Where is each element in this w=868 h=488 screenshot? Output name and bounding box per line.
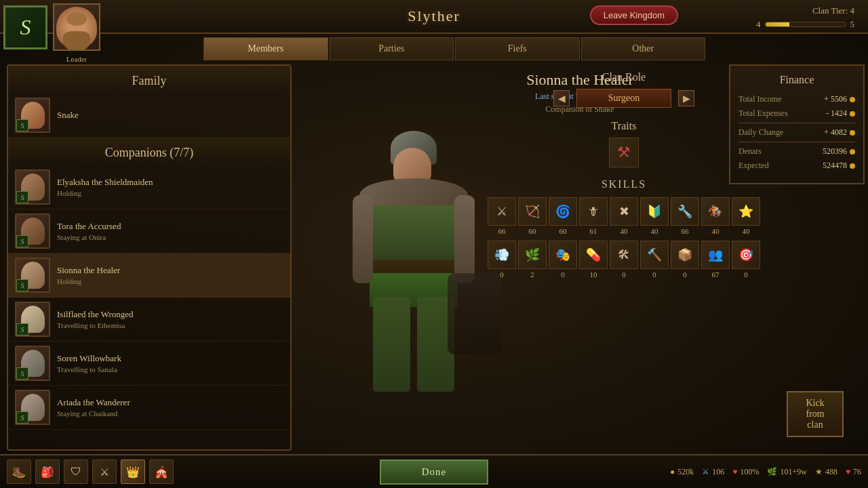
skills-row-1: ⚔66 🏹60 🌀60 🗡61 ✖40 🔰40 🔧66 🏇40 ⭐40 — [529, 197, 719, 235]
count-info: ♥ 76 — [846, 467, 861, 477]
skill-value: 2 — [518, 270, 547, 279]
member-portrait: S — [15, 390, 50, 425]
bottom-icon-sword[interactable]: ⚔ — [92, 460, 117, 484]
clan-emblem: S — [3, 5, 47, 49]
food-value: 101+9w — [780, 467, 806, 477]
traits-list: ⚒ — [529, 138, 719, 167]
skill-icon: 🗡 — [579, 197, 608, 226]
troops-icon: ⚔ — [702, 467, 709, 477]
daily-amount: + 4082 — [824, 127, 847, 138]
trait-icon: ⚒ — [609, 138, 639, 167]
skill-value: 0 — [640, 270, 669, 279]
member-emblem: S — [16, 367, 28, 380]
bottom-icon-bag[interactable]: 🎒 — [35, 460, 60, 484]
gold-dot — [850, 130, 855, 136]
member-emblem: S — [16, 119, 28, 131]
member-emblem: S — [16, 191, 28, 203]
member-portrait: S — [15, 258, 50, 293]
member-emblem: S — [16, 411, 28, 424]
skill-icon: 🌀 — [549, 197, 577, 226]
leave-kingdom-button[interactable]: Leave Kingdom — [590, 5, 678, 25]
role-prev-button[interactable]: ◀ — [553, 90, 570, 106]
list-item[interactable]: S Elyaksha the Shieldmaiden Holding — [8, 165, 290, 209]
finance-row-expenses: Total Expenses - 1424 — [738, 108, 855, 119]
tier-next: 5 — [850, 19, 855, 30]
nav-tabs: Members Parties Fiefs Other — [203, 37, 705, 60]
tab-fiefs[interactable]: Fiefs — [455, 37, 580, 60]
member-status: Travelling to Sanala — [57, 365, 283, 373]
list-item[interactable]: S Isilflaed the Wronged Travelling to Et… — [8, 298, 290, 342]
bottom-icon-crown[interactable]: 👑 — [121, 460, 145, 484]
finance-expenses-label: Total Expenses — [738, 108, 788, 119]
skill-icon: 🔧 — [671, 197, 699, 226]
list-item[interactable]: S Tora the Accursed Staying at Onira — [8, 209, 290, 253]
gold-info: ● 520k — [670, 467, 694, 477]
finance-row-denars: Denars 520396 — [738, 146, 855, 157]
tab-other[interactable]: Other — [581, 37, 706, 60]
health-icon: ♥ — [732, 467, 737, 477]
skill-value: 0 — [488, 270, 516, 279]
skill-item: 🗡61 — [579, 197, 608, 235]
skill-item: 🌀60 — [549, 197, 577, 235]
tab-parties[interactable]: Parties — [330, 37, 454, 60]
tab-members[interactable]: Members — [203, 37, 328, 60]
member-name: Isilflaed the Wronged — [57, 309, 283, 320]
role-name: Surgeon — [576, 89, 671, 108]
skill-value: 66 — [488, 227, 516, 235]
skill-icon: 👥 — [701, 241, 730, 269]
finance-income-value: + 5506 — [824, 94, 855, 104]
skill-icon: 🏇 — [701, 197, 730, 226]
list-item[interactable]: S Soren Willowbark Travelling to Sanala — [8, 342, 290, 386]
bottom-icon-boot[interactable]: 🥾 — [7, 460, 31, 484]
member-info: Isilflaed the Wronged Travelling to Ethe… — [57, 309, 283, 329]
char-right-arm — [454, 195, 475, 283]
left-panel: Family S Snake Companions (7/7) S Elyaks… — [7, 64, 292, 451]
skill-icon: 🎭 — [549, 241, 577, 269]
clan-role-selector: ◀ Surgeon ▶ — [529, 89, 719, 108]
companions-header: Companions (7/7) — [8, 138, 290, 165]
member-info: Sionna the Healer Holding — [57, 265, 283, 285]
kick-from-clan-button[interactable]: Kick from clan — [787, 391, 844, 437]
leader-face — [56, 7, 97, 47]
morale-value: 488 — [825, 467, 837, 477]
skill-item: 🎯0 — [732, 241, 760, 279]
bottom-icon-misc[interactable]: 🎪 — [149, 460, 174, 484]
member-status: Holding — [57, 277, 283, 285]
member-info: Elyaksha the Shieldmaiden Holding — [57, 177, 283, 197]
clan-tier-info: Clan Tier: 4 4 5 — [756, 5, 854, 30]
bottom-icon-shield[interactable]: 🛡 — [64, 460, 88, 484]
list-item[interactable]: S Ariada the Wanderer Staying at Chaikan… — [8, 386, 290, 430]
role-next-button[interactable]: ▶ — [678, 90, 694, 106]
clan-tier-label: Clan Tier: 4 — [756, 5, 854, 16]
skill-value: 40 — [701, 227, 730, 235]
skill-value: 66 — [671, 227, 699, 235]
income-amount: + 5506 — [824, 94, 847, 104]
leader-label: Leader — [66, 55, 87, 63]
leader-portrait[interactable] — [53, 3, 100, 51]
count-value: 76 — [853, 467, 861, 477]
denars-amount: 520396 — [823, 146, 847, 157]
skill-icon: 📦 — [671, 241, 699, 269]
health-value: 100% — [740, 467, 759, 477]
list-item-sionna[interactable]: S Sionna the Healer Holding — [8, 253, 290, 298]
health-info: ♥ 100% — [732, 467, 759, 477]
skill-value: 61 — [579, 227, 608, 235]
member-emblem: S — [16, 235, 28, 247]
skill-value: 67 — [701, 270, 730, 279]
right-panel: Sionna the Healer Last seen at Vostrum t… — [298, 64, 861, 451]
list-item[interactable]: S Snake — [8, 94, 290, 138]
food-icon: 🌿 — [767, 467, 777, 477]
done-button[interactable]: Done — [380, 460, 489, 485]
member-portrait: S — [15, 346, 50, 381]
skill-item: 💨0 — [488, 241, 516, 279]
left-panel-scroll[interactable]: Family S Snake Companions (7/7) S Elyaks… — [8, 66, 290, 449]
member-portrait: S — [15, 302, 50, 337]
skill-value: 0 — [732, 270, 760, 279]
member-name: Snake — [57, 110, 283, 121]
tier-progress-bar — [765, 22, 846, 27]
char-left-arm — [353, 195, 373, 283]
gold-dot — [850, 149, 855, 155]
member-status: Holding — [57, 189, 283, 197]
member-portrait: S — [15, 98, 50, 133]
tier-bar-fill — [766, 22, 789, 26]
